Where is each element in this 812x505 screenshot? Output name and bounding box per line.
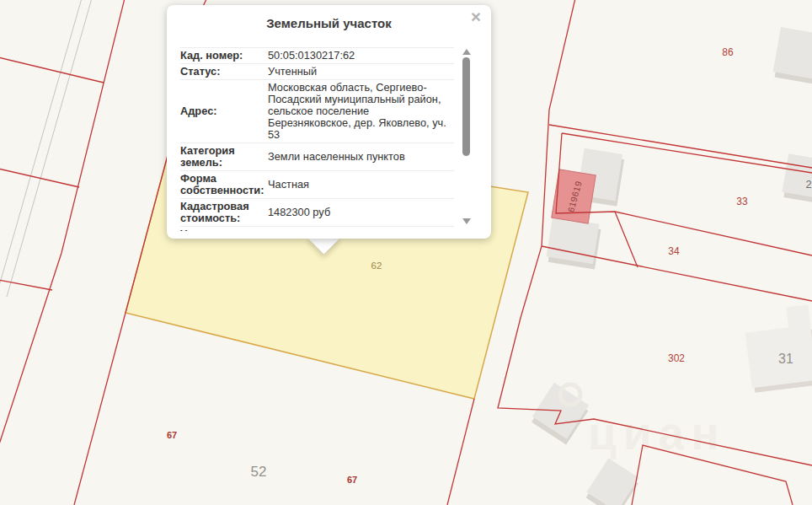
watermark: циан	[560, 384, 725, 459]
field-label: Адрес:	[180, 105, 268, 117]
popup-title: Земельный участок	[192, 16, 466, 30]
scroll-down-icon[interactable]	[462, 218, 471, 224]
cadastral-map-viewport[interactable]: циан 86 33 34 302 31 67 52 6	[0, 0, 812, 505]
field-value: Частная	[268, 179, 454, 191]
utility-lines	[0, 0, 92, 297]
field-value: Учтенный	[268, 66, 454, 78]
scrollbar-thumb[interactable]	[462, 57, 470, 156]
info-row-cadastral-number: Кад. номер: 50:05:0130217:62	[180, 47, 454, 63]
field-label: Уточненная площадь:	[180, 228, 268, 231]
field-label: Кад. номер:	[180, 50, 268, 62]
info-row-ownership: Форма собственности: Частная	[180, 170, 454, 198]
popup-scrollbar[interactable]	[462, 47, 471, 227]
scroll-up-icon[interactable]	[462, 49, 471, 55]
field-value: Земли населенных пунктов	[268, 151, 454, 163]
close-icon[interactable]: ✕	[468, 10, 483, 25]
popup-content: Кад. номер: 50:05:0130217:62 Статус: Учт…	[180, 47, 454, 231]
field-label: Форма собственности:	[180, 173, 268, 196]
info-row-land-category: Категория земель: Земли населенных пункт…	[180, 142, 454, 170]
field-label: Статус:	[180, 66, 268, 78]
field-label: Категория земель:	[180, 145, 268, 169]
info-row-cadastral-value: Кадастровая стоимость: 1482300 руб	[180, 198, 454, 226]
info-row-address: Адрес: Московская область, Сергиево-Поса…	[180, 79, 454, 142]
svg-text:циан: циан	[588, 407, 725, 459]
field-label: Кадастровая стоимость:	[180, 201, 268, 224]
info-row-status: Статус: Учтенный	[180, 63, 454, 79]
parcel-info-popup: ✕ Земельный участок Кад. номер: 50:05:01…	[167, 5, 491, 239]
field-value: Московская область, Сергиево-Посадский м…	[268, 82, 454, 141]
info-row-area: Уточненная площадь: 3000 кв.м	[180, 226, 454, 231]
field-value: 1482300 руб	[268, 207, 454, 218]
field-value: 50:05:0130217:62	[268, 50, 454, 62]
